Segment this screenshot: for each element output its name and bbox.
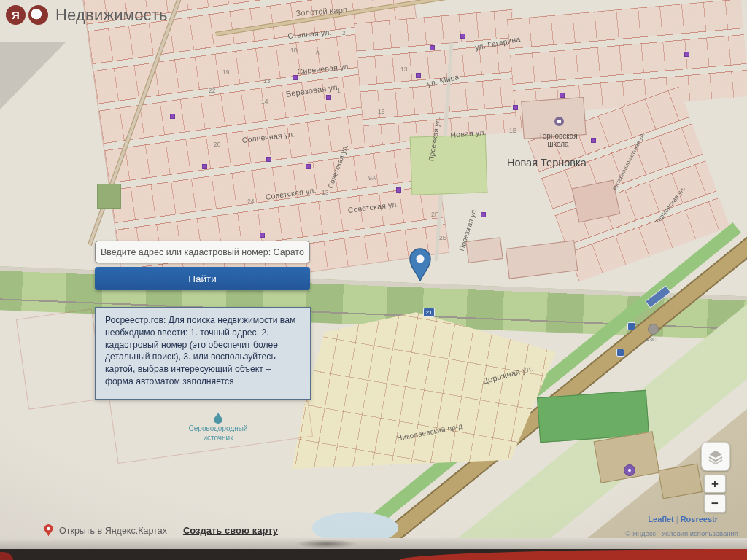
- poi-marker: [416, 73, 421, 78]
- warehouse-building: [506, 240, 578, 279]
- poi-marker: [513, 105, 518, 110]
- poi-marker: [396, 187, 401, 192]
- poi-marker: [481, 212, 486, 217]
- info-box: Росреестр.гов: Для поиска недвижимости в…: [95, 307, 311, 400]
- poi-marker-circle: [624, 464, 635, 476]
- poi-marker: [326, 95, 331, 100]
- parcel-number: 13: [263, 77, 270, 85]
- find-button[interactable]: Найти: [95, 267, 310, 290]
- screen-bezel: [0, 538, 747, 549]
- green-square: [97, 184, 121, 209]
- yandex-pin-icon: [44, 524, 53, 537]
- bezel-smudge: [295, 540, 357, 548]
- school-icon: [554, 117, 564, 126]
- parcel-number: 13: [400, 66, 407, 73]
- parcel-number: 2: [342, 29, 346, 36]
- brand-logo[interactable]: Я Недвижимость: [6, 5, 168, 25]
- layers-icon: [707, 448, 724, 465]
- parcel-number: 1В: [509, 127, 516, 134]
- parcel-number: 1: [337, 87, 341, 94]
- parcel-number: 9А: [368, 174, 376, 182]
- spring-label-group: Сероводородный источник: [177, 413, 259, 443]
- open-in-yandex-link[interactable]: Открыть в Яндекс.Картах: [59, 526, 167, 536]
- parcel-number: 2Б: [439, 234, 446, 241]
- gas-station-icon: [648, 324, 659, 335]
- leaflet-link[interactable]: Leaflet: [648, 515, 673, 524]
- parcel-number: 24: [247, 198, 254, 205]
- realty-home-icon: [28, 5, 48, 25]
- poi-marker: [560, 93, 565, 98]
- poi-marker: [684, 52, 689, 57]
- poi-marker: [293, 75, 298, 80]
- parcel-number: 19: [222, 69, 229, 76]
- map-canvas[interactable]: Золотой карп Степная ул. ул. Гагарина Си…: [0, 0, 747, 538]
- pond: [312, 512, 398, 538]
- poi-marker: [460, 34, 465, 39]
- zoom-out-button[interactable]: −: [704, 494, 726, 513]
- poi-marker: [260, 233, 265, 238]
- create-map-link[interactable]: Создать свою карту: [183, 525, 278, 536]
- red-object-right: [400, 549, 747, 560]
- poi-marker: [170, 114, 175, 119]
- town-label: Новая Терновка: [507, 157, 587, 168]
- poi-marker: [306, 164, 311, 169]
- poi-marker: [202, 164, 207, 169]
- water-drop-icon: [214, 413, 222, 424]
- copyright-text: © Яндекс: [625, 529, 656, 537]
- search-input[interactable]: [95, 241, 310, 263]
- yandex-letter-icon: Я: [6, 5, 26, 25]
- parcel-number: 6: [316, 50, 320, 57]
- school-label: Терновская школа: [530, 132, 587, 148]
- photo-background: [0, 549, 747, 560]
- layers-button[interactable]: [701, 442, 730, 471]
- small-building: [465, 237, 503, 263]
- parcel-number: 20: [214, 141, 220, 148]
- spring-label: Сероводородный источник: [177, 424, 259, 443]
- map-pin[interactable]: [407, 248, 433, 281]
- attribution-separator: |: [674, 515, 681, 524]
- road-shield-small: [616, 349, 624, 357]
- road-shield-small: [627, 322, 635, 330]
- parcel-number: 2Г: [431, 211, 438, 218]
- copyright-line: © Яндекс Условия использования: [625, 529, 738, 537]
- footer-links: Открыть в Яндекс.Картах Создать свою кар…: [44, 524, 278, 537]
- red-object-left: [0, 552, 13, 560]
- large-parcel-outline-2: [16, 308, 104, 409]
- parcel-number: 22: [209, 87, 215, 94]
- zoom-in-button[interactable]: +: [704, 475, 726, 493]
- parcel-number: 10: [290, 47, 297, 54]
- parcel-number: 14: [261, 98, 268, 105]
- poi-marker: [266, 157, 271, 162]
- garden-plots-area: [285, 306, 562, 472]
- residential-grid-northeast: [507, 0, 747, 117]
- park-area: [410, 134, 488, 195]
- brand-name: Недвижимость: [55, 6, 168, 25]
- road-shield: 21: [423, 308, 435, 317]
- rosreestr-link[interactable]: Rosreestr: [681, 515, 718, 524]
- terms-link[interactable]: Условия использования: [662, 529, 738, 537]
- parcel-number: 13: [322, 189, 328, 196]
- parcel-number: 15: [378, 108, 384, 115]
- screen: Золотой карп Степная ул. ул. Гагарина Си…: [0, 0, 747, 560]
- poi-marker: [591, 138, 596, 143]
- gas-station-label: АЗС: [645, 336, 657, 343]
- photo-edge-wedge: [0, 42, 66, 109]
- poi-marker: [430, 45, 435, 50]
- attribution: Leaflet|Rosreestr: [648, 515, 718, 524]
